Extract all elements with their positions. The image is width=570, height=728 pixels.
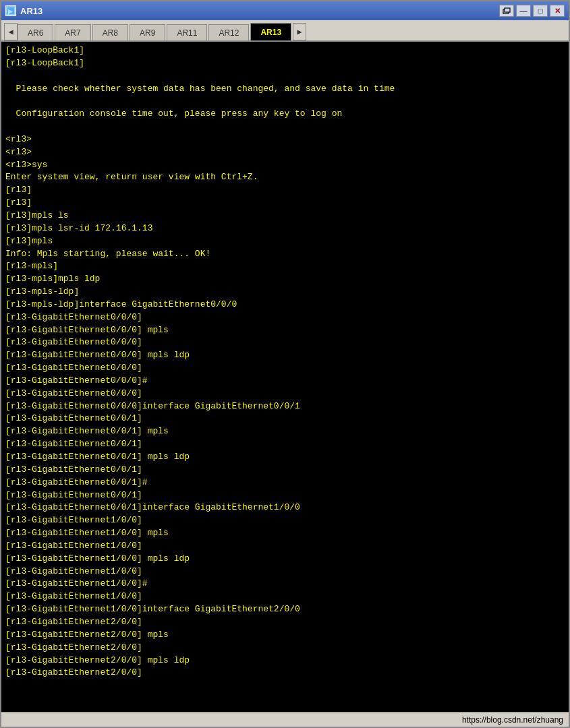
svg-text:▶: ▶ xyxy=(8,8,13,15)
status-bar: https://blog.csdn.net/zhuang xyxy=(1,712,569,727)
tab-scroll-left[interactable]: ◀ xyxy=(4,23,18,40)
terminal-container: [rl3-LoopBack1] [rl3-LoopBack1] Please c… xyxy=(1,42,569,712)
tab-ar13[interactable]: AR13 xyxy=(250,23,291,40)
terminal-output[interactable]: [rl3-LoopBack1] [rl3-LoopBack1] Please c… xyxy=(1,42,569,712)
tab-ar6[interactable]: AR6 xyxy=(18,24,53,40)
title-bar: ▶ AR13 — □ ✕ xyxy=(1,1,569,20)
close-button[interactable]: ✕ xyxy=(550,5,565,17)
maximize-button[interactable]: □ xyxy=(533,5,548,17)
tab-ar7[interactable]: AR7 xyxy=(55,24,90,40)
tab-ar11[interactable]: AR11 xyxy=(167,24,207,40)
window-controls: — □ ✕ xyxy=(499,5,565,17)
window-title: AR13 xyxy=(20,6,499,16)
tab-ar8[interactable]: AR8 xyxy=(92,24,128,40)
tab-scroll-right[interactable]: ▶ xyxy=(293,23,306,40)
tab-ar12[interactable]: AR12 xyxy=(208,24,249,40)
tabs-container: AR6AR7AR8AR9AR11AR12AR13 xyxy=(18,23,293,40)
restore-button[interactable] xyxy=(499,5,514,17)
svg-rect-3 xyxy=(505,8,510,12)
status-url: https://blog.csdn.net/zhuang xyxy=(462,715,563,725)
tab-ar9[interactable]: AR9 xyxy=(130,24,165,40)
tab-bar: ◀ AR6AR7AR8AR9AR11AR12AR13 ▶ xyxy=(1,20,569,42)
main-window: ▶ AR13 — □ ✕ ◀ AR6AR7AR8AR9AR11AR12AR13 … xyxy=(0,0,570,728)
minimize-button[interactable]: — xyxy=(516,5,531,17)
app-icon: ▶ xyxy=(5,5,16,16)
